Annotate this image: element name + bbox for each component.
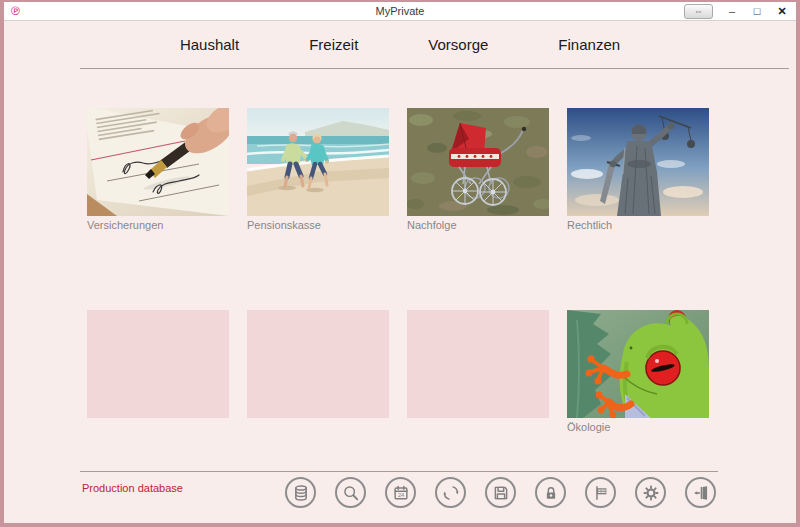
nav-tabs: Haushalt Freizeit Vorsorge Finanzen — [4, 36, 796, 53]
tile-empty-1 — [87, 310, 229, 434]
empty-tile — [87, 310, 229, 418]
status-text: Production database — [82, 482, 183, 494]
baby-pram-image — [407, 108, 549, 216]
resize-toggle-button[interactable]: ⇔ — [684, 4, 713, 19]
lady-justice-image — [567, 108, 709, 216]
lock-button[interactable] — [535, 477, 566, 508]
database-icon — [292, 484, 310, 502]
sync-icon — [442, 484, 460, 502]
search-icon — [342, 484, 360, 502]
settings-icon — [642, 484, 660, 502]
lock-icon — [542, 484, 560, 502]
tile-row-1: Versicherungen — [87, 108, 709, 232]
empty-tile — [247, 310, 389, 418]
nav-separator — [80, 68, 789, 69]
tab-freizeit[interactable]: Freizeit — [309, 36, 358, 53]
tile-versicherungen[interactable]: Versicherungen — [87, 108, 229, 232]
close-button[interactable]: ✕ — [776, 6, 788, 17]
exit-button[interactable] — [685, 477, 716, 508]
calendar-icon: 24 — [392, 484, 410, 502]
calendar-day-number: 24 — [397, 492, 403, 498]
tile-label: Nachfolge — [407, 219, 549, 232]
signing-document-image — [87, 108, 229, 216]
exit-icon — [692, 484, 710, 502]
database-button[interactable] — [285, 477, 316, 508]
sync-button[interactable] — [435, 477, 466, 508]
window-controls: ⇔ – □ ✕ — [684, 2, 788, 20]
calendar-button[interactable]: 24 — [385, 477, 416, 508]
tile-label: Versicherungen — [87, 219, 229, 232]
tile-empty-3 — [407, 310, 549, 434]
tile-rechtlich[interactable]: Rechtlich — [567, 108, 709, 232]
statusbar-separator — [80, 471, 718, 472]
myprivate-window: ℗ MyPrivate ⇔ – □ ✕ Haushalt Freizeit Vo… — [0, 0, 800, 527]
myprivate-logo-icon: ℗ — [11, 5, 20, 17]
tile-nachfolge[interactable]: Nachfolge — [407, 108, 549, 232]
window-title: MyPrivate — [376, 5, 425, 17]
title-bar: ℗ MyPrivate ⇔ – □ ✕ — [4, 2, 796, 21]
tab-haushalt[interactable]: Haushalt — [180, 36, 239, 53]
tile-row-2: Ökologie — [87, 310, 709, 434]
tree-frog-image — [567, 310, 709, 418]
minimize-button[interactable]: – — [726, 6, 738, 17]
flag-icon — [592, 484, 610, 502]
flag-button[interactable] — [585, 477, 616, 508]
tile-label — [87, 421, 229, 434]
tile-oekologie[interactable]: Ökologie — [567, 310, 709, 434]
tile-label — [407, 421, 549, 434]
tile-label: Rechtlich — [567, 219, 709, 232]
save-button[interactable] — [485, 477, 516, 508]
tile-label: Ökologie — [567, 421, 709, 434]
search-button[interactable] — [335, 477, 366, 508]
tile-label: Pensionskasse — [247, 219, 389, 232]
settings-button[interactable] — [635, 477, 666, 508]
tile-label — [247, 421, 389, 434]
tile-empty-2 — [247, 310, 389, 434]
tile-pensionskasse[interactable]: Pensionskasse — [247, 108, 389, 232]
save-icon — [492, 484, 510, 502]
maximize-button[interactable]: □ — [751, 6, 763, 17]
tab-vorsorge[interactable]: Vorsorge — [428, 36, 488, 53]
resize-arrows-icon: ⇔ — [694, 7, 703, 16]
couple-beach-image — [247, 108, 389, 216]
tab-finanzen[interactable]: Finanzen — [558, 36, 620, 53]
empty-tile — [407, 310, 549, 418]
toolbar: 24 — [285, 477, 716, 508]
